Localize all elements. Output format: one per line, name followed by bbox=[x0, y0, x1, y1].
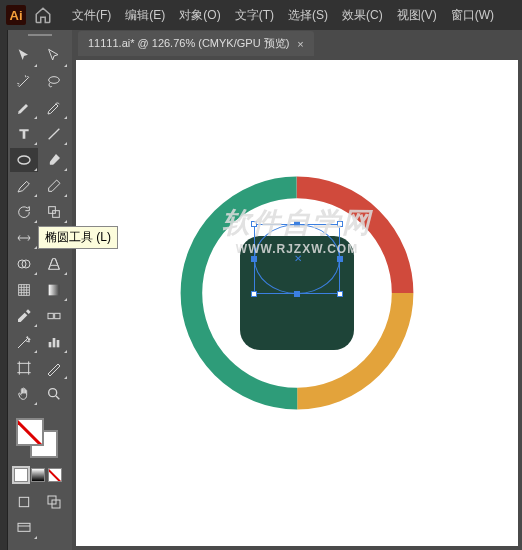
svg-point-16 bbox=[29, 339, 30, 340]
line-tool[interactable] bbox=[40, 122, 68, 146]
menubar: 文件(F) 编辑(E) 对象(O) 文字(T) 选择(S) 效果(C) 视图(V… bbox=[66, 3, 500, 28]
shaper-tool[interactable] bbox=[10, 174, 38, 198]
eyedropper-tool[interactable] bbox=[10, 304, 38, 328]
curvature-tool[interactable] bbox=[40, 96, 68, 120]
color-mode-gradient[interactable] bbox=[31, 468, 45, 482]
blend-tool[interactable] bbox=[40, 304, 68, 328]
toolbox-grip[interactable] bbox=[10, 34, 70, 42]
center-point: ✕ bbox=[294, 256, 300, 262]
shape-builder-tool[interactable] bbox=[10, 252, 38, 276]
anchor-t[interactable] bbox=[295, 222, 300, 227]
home-icon[interactable] bbox=[34, 6, 52, 24]
svg-rect-2 bbox=[49, 207, 56, 214]
svg-rect-19 bbox=[57, 340, 60, 347]
paintbrush-tool[interactable] bbox=[40, 148, 68, 172]
screen-mode[interactable] bbox=[10, 516, 38, 540]
anchor-b[interactable] bbox=[295, 291, 300, 296]
menu-file[interactable]: 文件(F) bbox=[66, 3, 117, 28]
svg-rect-14 bbox=[55, 313, 60, 318]
menu-effect[interactable]: 效果(C) bbox=[336, 3, 389, 28]
svg-rect-13 bbox=[48, 313, 53, 318]
close-icon[interactable]: × bbox=[297, 38, 303, 50]
selection-tool[interactable] bbox=[10, 44, 38, 68]
handle-br[interactable] bbox=[337, 291, 343, 297]
ellipse-tool[interactable] bbox=[10, 148, 38, 172]
app-logo: Ai bbox=[6, 5, 26, 25]
svg-rect-3 bbox=[53, 211, 60, 218]
lasso-tool[interactable] bbox=[40, 70, 68, 94]
handle-tr[interactable] bbox=[337, 221, 343, 227]
canvas[interactable]: ✕ 软件自学网 WWW.RJZXW.COM bbox=[76, 60, 518, 546]
menu-type[interactable]: 文字(T) bbox=[229, 3, 280, 28]
panel-edge[interactable] bbox=[0, 30, 8, 550]
fill-stroke-swatch[interactable] bbox=[10, 416, 70, 464]
svg-point-15 bbox=[27, 337, 28, 338]
pen-tool[interactable] bbox=[10, 96, 38, 120]
mesh-tool[interactable] bbox=[10, 278, 38, 302]
color-mode-none[interactable] bbox=[48, 468, 62, 482]
handle-bl[interactable] bbox=[251, 291, 257, 297]
zoom-tool[interactable] bbox=[40, 382, 68, 406]
rotate-tool[interactable] bbox=[10, 200, 38, 224]
svg-point-0 bbox=[49, 77, 60, 84]
draw-normal[interactable] bbox=[10, 490, 38, 514]
menu-edit[interactable]: 编辑(E) bbox=[119, 3, 171, 28]
draw-behind[interactable] bbox=[40, 490, 68, 514]
hand-tool[interactable] bbox=[10, 382, 38, 406]
menu-select[interactable]: 选择(S) bbox=[282, 3, 334, 28]
svg-rect-17 bbox=[49, 342, 52, 347]
toolbox: 椭圆工具 (L) bbox=[8, 30, 72, 550]
workspace: 椭圆工具 (L) 11111.ai* @ 126.76% (CMYK/GPU 预… bbox=[0, 30, 522, 550]
menu-window[interactable]: 窗口(W) bbox=[445, 3, 500, 28]
svg-rect-12 bbox=[49, 285, 60, 296]
svg-point-1 bbox=[18, 156, 30, 164]
anchor-l[interactable] bbox=[252, 257, 257, 262]
symbol-sprayer-tool[interactable] bbox=[10, 330, 38, 354]
document-tab-label: 11111.ai* @ 126.76% (CMYK/GPU 预览) bbox=[88, 36, 289, 51]
fill-swatch[interactable] bbox=[16, 418, 44, 446]
svg-rect-22 bbox=[19, 497, 28, 506]
svg-rect-20 bbox=[19, 363, 28, 372]
svg-point-21 bbox=[49, 389, 57, 397]
svg-rect-25 bbox=[18, 523, 30, 531]
artboard-tool[interactable] bbox=[10, 356, 38, 380]
titlebar: Ai 文件(F) 编辑(E) 对象(O) 文字(T) 选择(S) 效果(C) 视… bbox=[0, 0, 522, 30]
canvas-wrap: ✕ 软件自学网 WWW.RJZXW.COM bbox=[72, 56, 522, 550]
eraser-tool[interactable] bbox=[40, 174, 68, 198]
slice-tool[interactable] bbox=[40, 356, 68, 380]
document-tabs: 11111.ai* @ 126.76% (CMYK/GPU 预览) × bbox=[72, 30, 522, 56]
scale-tool[interactable] bbox=[40, 200, 68, 224]
tooltip-ellipse: 椭圆工具 (L) bbox=[38, 226, 118, 249]
anchor-r[interactable] bbox=[337, 257, 342, 262]
selected-ellipse[interactable]: ✕ bbox=[254, 224, 340, 294]
width-tool[interactable] bbox=[10, 226, 38, 250]
document-tab[interactable]: 11111.ai* @ 126.76% (CMYK/GPU 预览) × bbox=[78, 31, 314, 56]
magic-wand-tool[interactable] bbox=[10, 70, 38, 94]
blank-tool bbox=[40, 516, 68, 540]
gradient-tool[interactable] bbox=[40, 278, 68, 302]
perspective-tool[interactable] bbox=[40, 252, 68, 276]
menu-object[interactable]: 对象(O) bbox=[173, 3, 226, 28]
type-tool[interactable] bbox=[10, 122, 38, 146]
svg-rect-18 bbox=[53, 338, 56, 347]
menu-view[interactable]: 视图(V) bbox=[391, 3, 443, 28]
column-graph-tool[interactable] bbox=[40, 330, 68, 354]
direct-selection-tool[interactable] bbox=[40, 44, 68, 68]
handle-tl[interactable] bbox=[251, 221, 257, 227]
color-mode-solid[interactable] bbox=[14, 468, 28, 482]
document-area: 11111.ai* @ 126.76% (CMYK/GPU 预览) × bbox=[72, 30, 522, 550]
